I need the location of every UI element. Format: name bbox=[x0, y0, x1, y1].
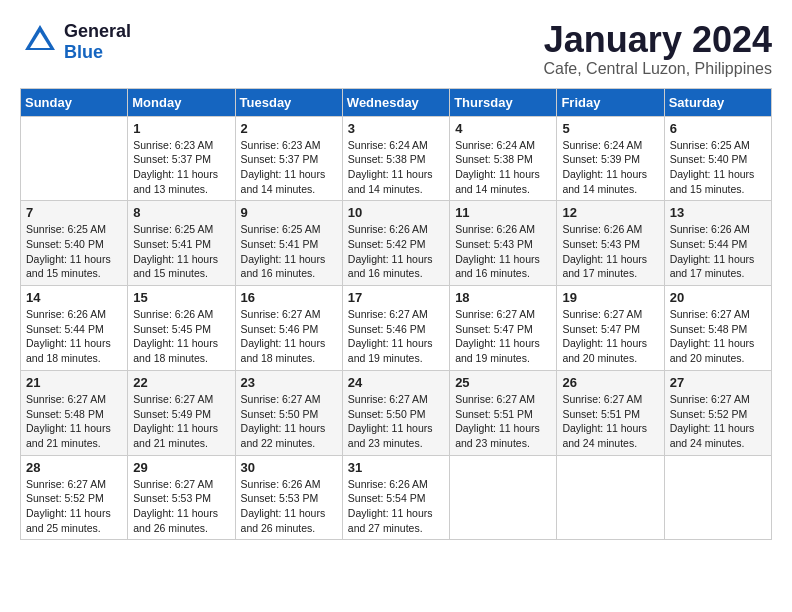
calendar-cell: 11 Sunrise: 6:26 AM Sunset: 5:43 PM Dayl… bbox=[450, 201, 557, 286]
daylight-text: Daylight: 11 hours and 15 minutes. bbox=[26, 252, 122, 281]
day-info: Sunrise: 6:27 AM Sunset: 5:51 PM Dayligh… bbox=[455, 392, 551, 451]
sunrise-text: Sunrise: 6:27 AM bbox=[562, 307, 658, 322]
day-info: Sunrise: 6:27 AM Sunset: 5:50 PM Dayligh… bbox=[241, 392, 337, 451]
day-info: Sunrise: 6:27 AM Sunset: 5:48 PM Dayligh… bbox=[26, 392, 122, 451]
calendar-cell: 20 Sunrise: 6:27 AM Sunset: 5:48 PM Dayl… bbox=[664, 286, 771, 371]
day-info: Sunrise: 6:27 AM Sunset: 5:53 PM Dayligh… bbox=[133, 477, 229, 536]
day-number: 17 bbox=[348, 290, 444, 305]
calendar-week-3: 14 Sunrise: 6:26 AM Sunset: 5:44 PM Dayl… bbox=[21, 286, 772, 371]
day-info: Sunrise: 6:26 AM Sunset: 5:43 PM Dayligh… bbox=[562, 222, 658, 281]
month-title: January 2024 bbox=[543, 20, 772, 60]
sunrise-text: Sunrise: 6:24 AM bbox=[562, 138, 658, 153]
day-number: 31 bbox=[348, 460, 444, 475]
sunset-text: Sunset: 5:47 PM bbox=[455, 322, 551, 337]
logo: General Blue bbox=[20, 20, 131, 64]
day-number: 15 bbox=[133, 290, 229, 305]
calendar-cell: 6 Sunrise: 6:25 AM Sunset: 5:40 PM Dayli… bbox=[664, 116, 771, 201]
sunset-text: Sunset: 5:49 PM bbox=[133, 407, 229, 422]
daylight-text: Daylight: 11 hours and 21 minutes. bbox=[133, 421, 229, 450]
location: Cafe, Central Luzon, Philippines bbox=[543, 60, 772, 78]
day-info: Sunrise: 6:26 AM Sunset: 5:43 PM Dayligh… bbox=[455, 222, 551, 281]
day-header-thursday: Thursday bbox=[450, 88, 557, 116]
day-header-sunday: Sunday bbox=[21, 88, 128, 116]
day-info: Sunrise: 6:23 AM Sunset: 5:37 PM Dayligh… bbox=[133, 138, 229, 197]
daylight-text: Daylight: 11 hours and 20 minutes. bbox=[562, 336, 658, 365]
day-number: 1 bbox=[133, 121, 229, 136]
sunrise-text: Sunrise: 6:23 AM bbox=[241, 138, 337, 153]
calendar-cell: 18 Sunrise: 6:27 AM Sunset: 5:47 PM Dayl… bbox=[450, 286, 557, 371]
sunrise-text: Sunrise: 6:27 AM bbox=[348, 392, 444, 407]
calendar-cell: 25 Sunrise: 6:27 AM Sunset: 5:51 PM Dayl… bbox=[450, 370, 557, 455]
day-number: 25 bbox=[455, 375, 551, 390]
sunset-text: Sunset: 5:41 PM bbox=[241, 237, 337, 252]
sunrise-text: Sunrise: 6:26 AM bbox=[26, 307, 122, 322]
sunset-text: Sunset: 5:40 PM bbox=[26, 237, 122, 252]
day-number: 28 bbox=[26, 460, 122, 475]
sunrise-text: Sunrise: 6:27 AM bbox=[455, 392, 551, 407]
sunset-text: Sunset: 5:47 PM bbox=[562, 322, 658, 337]
day-number: 18 bbox=[455, 290, 551, 305]
day-number: 10 bbox=[348, 205, 444, 220]
sunset-text: Sunset: 5:44 PM bbox=[26, 322, 122, 337]
sunrise-text: Sunrise: 6:27 AM bbox=[26, 477, 122, 492]
daylight-text: Daylight: 11 hours and 14 minutes. bbox=[348, 167, 444, 196]
calendar-cell: 29 Sunrise: 6:27 AM Sunset: 5:53 PM Dayl… bbox=[128, 455, 235, 540]
calendar-cell: 16 Sunrise: 6:27 AM Sunset: 5:46 PM Dayl… bbox=[235, 286, 342, 371]
sunset-text: Sunset: 5:46 PM bbox=[348, 322, 444, 337]
day-header-wednesday: Wednesday bbox=[342, 88, 449, 116]
daylight-text: Daylight: 11 hours and 21 minutes. bbox=[26, 421, 122, 450]
daylight-text: Daylight: 11 hours and 13 minutes. bbox=[133, 167, 229, 196]
daylight-text: Daylight: 11 hours and 16 minutes. bbox=[455, 252, 551, 281]
day-number: 29 bbox=[133, 460, 229, 475]
day-number: 13 bbox=[670, 205, 766, 220]
day-number: 20 bbox=[670, 290, 766, 305]
day-info: Sunrise: 6:26 AM Sunset: 5:44 PM Dayligh… bbox=[670, 222, 766, 281]
calendar-table: SundayMondayTuesdayWednesdayThursdayFrid… bbox=[20, 88, 772, 541]
daylight-text: Daylight: 11 hours and 16 minutes. bbox=[241, 252, 337, 281]
sunrise-text: Sunrise: 6:25 AM bbox=[133, 222, 229, 237]
sunrise-text: Sunrise: 6:25 AM bbox=[26, 222, 122, 237]
daylight-text: Daylight: 11 hours and 19 minutes. bbox=[348, 336, 444, 365]
calendar-cell: 7 Sunrise: 6:25 AM Sunset: 5:40 PM Dayli… bbox=[21, 201, 128, 286]
sunrise-text: Sunrise: 6:26 AM bbox=[133, 307, 229, 322]
sunrise-text: Sunrise: 6:27 AM bbox=[26, 392, 122, 407]
sunset-text: Sunset: 5:48 PM bbox=[26, 407, 122, 422]
daylight-text: Daylight: 11 hours and 17 minutes. bbox=[562, 252, 658, 281]
sunrise-text: Sunrise: 6:27 AM bbox=[133, 477, 229, 492]
daylight-text: Daylight: 11 hours and 18 minutes. bbox=[241, 336, 337, 365]
sunrise-text: Sunrise: 6:26 AM bbox=[670, 222, 766, 237]
calendar-cell: 28 Sunrise: 6:27 AM Sunset: 5:52 PM Dayl… bbox=[21, 455, 128, 540]
page-header: General Blue January 2024 Cafe, Central … bbox=[20, 20, 772, 78]
sunrise-text: Sunrise: 6:27 AM bbox=[455, 307, 551, 322]
day-info: Sunrise: 6:24 AM Sunset: 5:39 PM Dayligh… bbox=[562, 138, 658, 197]
daylight-text: Daylight: 11 hours and 18 minutes. bbox=[26, 336, 122, 365]
day-info: Sunrise: 6:27 AM Sunset: 5:52 PM Dayligh… bbox=[26, 477, 122, 536]
day-number: 6 bbox=[670, 121, 766, 136]
sunset-text: Sunset: 5:37 PM bbox=[133, 152, 229, 167]
day-number: 11 bbox=[455, 205, 551, 220]
daylight-text: Daylight: 11 hours and 24 minutes. bbox=[562, 421, 658, 450]
daylight-text: Daylight: 11 hours and 23 minutes. bbox=[455, 421, 551, 450]
daylight-text: Daylight: 11 hours and 20 minutes. bbox=[670, 336, 766, 365]
sunrise-text: Sunrise: 6:27 AM bbox=[670, 307, 766, 322]
calendar-cell: 3 Sunrise: 6:24 AM Sunset: 5:38 PM Dayli… bbox=[342, 116, 449, 201]
day-number: 12 bbox=[562, 205, 658, 220]
sunrise-text: Sunrise: 6:26 AM bbox=[241, 477, 337, 492]
sunrise-text: Sunrise: 6:24 AM bbox=[348, 138, 444, 153]
sunset-text: Sunset: 5:48 PM bbox=[670, 322, 766, 337]
day-header-tuesday: Tuesday bbox=[235, 88, 342, 116]
day-number: 22 bbox=[133, 375, 229, 390]
day-info: Sunrise: 6:27 AM Sunset: 5:48 PM Dayligh… bbox=[670, 307, 766, 366]
day-number: 24 bbox=[348, 375, 444, 390]
day-number: 2 bbox=[241, 121, 337, 136]
sunrise-text: Sunrise: 6:27 AM bbox=[241, 307, 337, 322]
sunset-text: Sunset: 5:52 PM bbox=[26, 491, 122, 506]
calendar-week-4: 21 Sunrise: 6:27 AM Sunset: 5:48 PM Dayl… bbox=[21, 370, 772, 455]
calendar-cell bbox=[664, 455, 771, 540]
day-number: 23 bbox=[241, 375, 337, 390]
daylight-text: Daylight: 11 hours and 19 minutes. bbox=[455, 336, 551, 365]
day-header-saturday: Saturday bbox=[664, 88, 771, 116]
sunset-text: Sunset: 5:45 PM bbox=[133, 322, 229, 337]
calendar-week-2: 7 Sunrise: 6:25 AM Sunset: 5:40 PM Dayli… bbox=[21, 201, 772, 286]
sunset-text: Sunset: 5:53 PM bbox=[241, 491, 337, 506]
